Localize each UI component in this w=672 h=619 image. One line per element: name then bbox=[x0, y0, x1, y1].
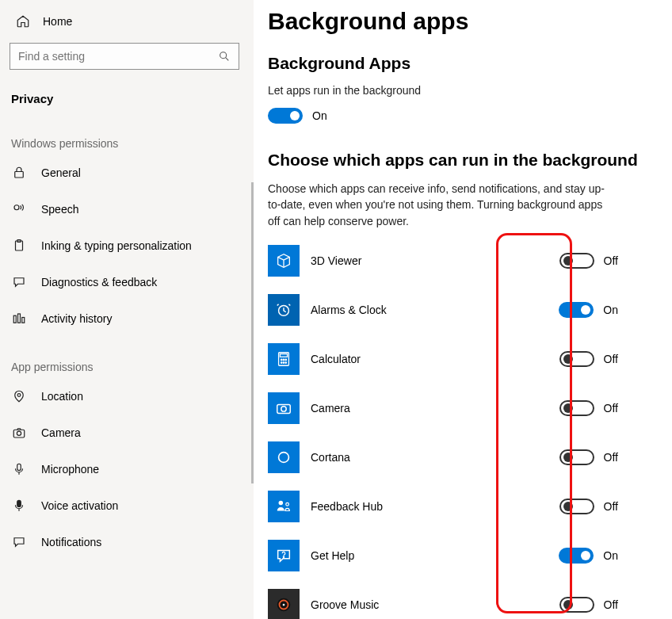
app-name: Alarms & Clock bbox=[311, 304, 453, 316]
app-toggle-state: On bbox=[603, 549, 618, 562]
main-content: Background apps Background Apps Let apps… bbox=[254, 0, 672, 619]
app-toggle-state: Off bbox=[604, 254, 618, 267]
clipboard-icon bbox=[11, 238, 27, 254]
home-link[interactable]: Home bbox=[0, 8, 254, 35]
sidebar-item-general[interactable]: General bbox=[0, 155, 254, 191]
app-toggle[interactable] bbox=[559, 597, 594, 613]
search-input[interactable] bbox=[18, 50, 208, 63]
location-icon bbox=[11, 388, 27, 404]
sidebar-item-label: Speech bbox=[41, 203, 78, 216]
app-toggle-wrap: On bbox=[559, 548, 650, 564]
activity-icon bbox=[11, 311, 27, 327]
svg-rect-12 bbox=[17, 500, 21, 506]
svg-rect-1 bbox=[15, 172, 24, 178]
app-icon bbox=[268, 441, 300, 473]
sidebar-item-label: Microphone bbox=[41, 463, 99, 476]
master-toggle[interactable] bbox=[268, 108, 303, 124]
sidebar-item-camera[interactable]: Camera bbox=[0, 415, 254, 451]
svg-point-16 bbox=[281, 359, 282, 360]
subheading-choose-apps: Choose which apps can run in the backgro… bbox=[268, 151, 650, 170]
app-toggle-wrap: Off bbox=[559, 499, 650, 514]
app-toggle-state: On bbox=[603, 304, 618, 316]
sidebar-item-activity[interactable]: Activity history bbox=[0, 300, 254, 337]
feedback-icon bbox=[11, 274, 27, 290]
app-row: Get HelpOn bbox=[268, 540, 650, 571]
section-title: Privacy bbox=[0, 78, 254, 113]
app-toggle-state: Off bbox=[604, 353, 618, 365]
let-apps-text: Let apps run in the background bbox=[268, 84, 650, 97]
app-icon bbox=[268, 392, 300, 424]
sidebar: Home Privacy Windows permissions General… bbox=[0, 0, 254, 619]
home-label: Home bbox=[43, 15, 72, 28]
app-name: Calculator bbox=[311, 353, 453, 365]
lock-icon bbox=[11, 165, 27, 181]
app-toggle[interactable] bbox=[559, 449, 594, 465]
home-icon bbox=[16, 14, 30, 29]
app-icon bbox=[268, 294, 300, 326]
app-icon bbox=[268, 343, 300, 375]
voice-activation-icon bbox=[11, 498, 27, 514]
svg-rect-6 bbox=[18, 314, 21, 323]
svg-point-18 bbox=[285, 359, 286, 360]
sidebar-item-inking[interactable]: Inking & typing personalization bbox=[0, 227, 254, 264]
app-row: Groove MusicOff bbox=[268, 589, 650, 619]
app-icon bbox=[268, 589, 300, 619]
app-toggle[interactable] bbox=[559, 253, 594, 269]
camera-icon bbox=[11, 425, 27, 441]
app-toggle[interactable] bbox=[559, 548, 594, 564]
search-input-wrap[interactable] bbox=[10, 43, 239, 70]
app-row: CameraOff bbox=[268, 392, 650, 424]
svg-point-23 bbox=[281, 407, 286, 411]
app-icon bbox=[268, 540, 300, 571]
svg-point-25 bbox=[279, 501, 284, 506]
group-label-windows-permissions: Windows permissions bbox=[0, 113, 254, 155]
sidebar-item-microphone[interactable]: Microphone bbox=[0, 451, 254, 487]
sidebar-item-location[interactable]: Location bbox=[0, 378, 254, 415]
svg-point-21 bbox=[285, 362, 286, 363]
svg-point-19 bbox=[281, 362, 282, 363]
svg-rect-11 bbox=[17, 464, 21, 470]
app-name: Feedback Hub bbox=[311, 500, 453, 513]
svg-point-10 bbox=[17, 431, 21, 435]
svg-point-24 bbox=[279, 452, 289, 462]
microphone-icon bbox=[11, 461, 27, 477]
app-toggle[interactable] bbox=[559, 400, 594, 416]
subheading-background-apps: Background Apps bbox=[268, 54, 650, 73]
sidebar-item-speech[interactable]: Speech bbox=[0, 191, 254, 227]
app-row: Alarms & ClockOn bbox=[268, 294, 650, 326]
sidebar-item-label: Camera bbox=[41, 426, 81, 439]
app-toggle-wrap: Off bbox=[559, 253, 650, 269]
app-toggle[interactable] bbox=[559, 351, 594, 367]
svg-rect-15 bbox=[280, 353, 287, 357]
master-toggle-state: On bbox=[312, 109, 327, 122]
sidebar-item-diagnostics[interactable]: Diagnostics & feedback bbox=[0, 264, 254, 300]
app-toggle-wrap: On bbox=[559, 302, 650, 318]
app-toggle-state: Off bbox=[604, 402, 618, 415]
choose-apps-desc: Choose which apps can receive info, send… bbox=[268, 181, 617, 229]
app-name: Groove Music bbox=[311, 598, 453, 611]
sidebar-item-voice-activation[interactable]: Voice activation bbox=[0, 487, 254, 524]
sidebar-item-label: Location bbox=[41, 390, 83, 403]
app-toggle-wrap: Off bbox=[559, 400, 650, 416]
svg-point-26 bbox=[286, 502, 289, 506]
app-toggle[interactable] bbox=[559, 302, 594, 318]
app-toggle-wrap: Off bbox=[559, 597, 650, 613]
app-toggle-wrap: Off bbox=[559, 351, 650, 367]
svg-point-17 bbox=[283, 359, 284, 360]
app-icon bbox=[268, 491, 300, 522]
svg-point-0 bbox=[220, 52, 227, 59]
sidebar-item-label: Inking & typing personalization bbox=[41, 239, 192, 252]
sidebar-item-notifications[interactable]: Notifications bbox=[0, 524, 254, 560]
app-toggle-state: Off bbox=[604, 451, 618, 464]
app-name: Cortana bbox=[311, 451, 453, 464]
sidebar-item-label: General bbox=[41, 166, 81, 179]
app-list: 3D ViewerOffAlarms & ClockOnCalculatorOf… bbox=[268, 245, 650, 619]
speech-icon bbox=[11, 201, 27, 217]
app-toggle[interactable] bbox=[559, 499, 594, 514]
notifications-icon bbox=[11, 534, 27, 550]
app-row: CortanaOff bbox=[268, 441, 650, 473]
app-icon bbox=[268, 245, 300, 277]
svg-point-20 bbox=[283, 362, 284, 363]
search-icon bbox=[218, 50, 231, 63]
app-name: Camera bbox=[311, 402, 453, 415]
